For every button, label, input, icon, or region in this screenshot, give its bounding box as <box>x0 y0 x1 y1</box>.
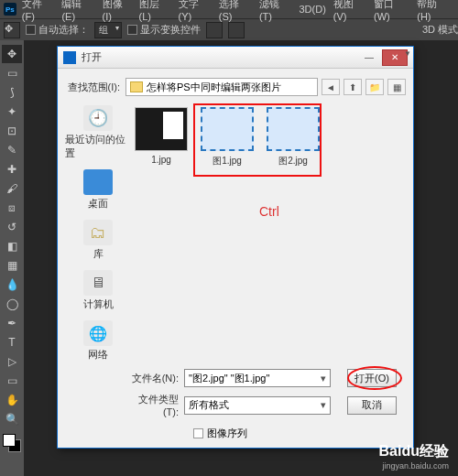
place-library[interactable]: 🗂库 <box>83 220 113 261</box>
auto-select-checkbox[interactable]: 自动选择： <box>26 23 89 37</box>
cancel-button[interactable]: 取消 <box>347 396 397 415</box>
menu-image[interactable]: 图像(I) <box>103 0 132 22</box>
place-network[interactable]: 🌐网络 <box>83 320 113 362</box>
menu-window[interactable]: 窗口(W) <box>374 0 409 22</box>
open-dialog: 打开 — ✕ 查找范围(I): 怎样将PS中同时编辑两张图片 ▼ ◄ ⬆ 📁 ▦… <box>57 46 414 449</box>
lookin-label: 查找范围(I): <box>65 81 125 94</box>
gradient-tool[interactable]: ▦ <box>2 256 22 275</box>
app-menubar: Ps 文件(F) 编辑(E) 图像(I) 图层(L) 文字(Y) 选择(S) 滤… <box>0 0 458 18</box>
lookin-combo[interactable]: 怎样将PS中同时编辑两张图片 ▼ <box>125 78 318 96</box>
eraser-tool[interactable]: ◧ <box>2 237 22 255</box>
tool-column: ✥ ▭ ⟆ ✦ ⊡ ✎ ✚ 🖌 ⧇ ↺ ◧ ▦ 💧 ◯ ✒ T ▷ ▭ ✋ 🔍 <box>0 40 24 458</box>
filename-label: 文件名(N): <box>129 372 184 385</box>
place-desktop[interactable]: 桌面 <box>83 169 113 211</box>
file-thumb-selected[interactable]: 图2.jpg <box>265 107 322 168</box>
menu-3d[interactable]: 3D(D) <box>299 4 325 15</box>
file-thumb-selected[interactable]: 图1.jpg <box>199 107 256 168</box>
history-brush-tool[interactable]: ↺ <box>2 218 22 236</box>
menu-edit[interactable]: 编辑(E) <box>61 0 94 22</box>
file-list-area: 1.jpg 图1.jpg 图2.jpg Ctrl <box>131 103 406 369</box>
align-icon[interactable] <box>206 22 223 38</box>
dodge-tool[interactable]: ◯ <box>2 295 22 313</box>
blur-tool[interactable]: 💧 <box>2 276 22 294</box>
move-tool-icon[interactable]: ✥ <box>4 22 20 38</box>
path-tool[interactable]: ▷ <box>2 352 22 371</box>
brush-tool[interactable]: 🖌 <box>2 179 22 198</box>
places-bar: 🕘最近访问的位置 桌面 🗂库 🖥计算机 🌐网络 <box>65 103 131 369</box>
show-transform-checkbox[interactable]: 显示变换控件 <box>127 23 201 37</box>
lasso-tool[interactable]: ⟆ <box>2 83 22 102</box>
back-button[interactable]: ◄ <box>322 79 340 95</box>
file-thumb[interactable]: 1.jpg <box>133 107 190 168</box>
dialog-icon <box>63 51 76 64</box>
filetype-combo[interactable]: 所有格式 <box>184 396 331 415</box>
zoom-tool[interactable]: 🔍 <box>2 410 22 428</box>
filetype-label: 文件类型(T): <box>129 393 184 417</box>
watermark: Baidu经验 jingyan.baidu.com <box>379 442 449 471</box>
menu-type[interactable]: 文字(Y) <box>179 0 212 22</box>
color-swatch[interactable] <box>3 434 21 452</box>
menu-select[interactable]: 选择(S) <box>219 0 252 22</box>
heal-tool[interactable]: ✚ <box>2 160 22 178</box>
pen-tool[interactable]: ✒ <box>2 314 22 332</box>
open-button[interactable]: 打开(O) <box>347 369 397 387</box>
align-icon-2[interactable] <box>228 22 245 38</box>
folder-icon <box>130 81 143 92</box>
marquee-tool[interactable]: ▭ <box>2 64 22 82</box>
auto-select-target[interactable]: 组 <box>94 22 122 38</box>
newfolder-button[interactable]: 📁 <box>365 79 384 95</box>
thumb-preview <box>135 107 188 151</box>
minimize-button[interactable]: — <box>356 49 382 66</box>
menu-view[interactable]: 视图(V) <box>333 0 366 22</box>
options-bar: ✥ 自动选择： 组 显示变换控件 3D 模式 <box>0 18 458 40</box>
hand-tool[interactable]: ✋ <box>2 391 22 409</box>
place-recent[interactable]: 🕘最近访问的位置 <box>65 105 131 160</box>
dialog-title: 打开 <box>82 50 356 64</box>
dialog-titlebar: 打开 — ✕ <box>58 47 413 69</box>
type-tool[interactable]: T <box>2 333 22 352</box>
place-computer[interactable]: 🖥计算机 <box>83 270 114 311</box>
menu-help[interactable]: 帮助(H) <box>417 0 451 22</box>
menu-filter[interactable]: 滤镜(T) <box>259 0 292 22</box>
thumb-preview <box>267 107 320 151</box>
image-sequence-checkbox[interactable]: 图像序列 <box>193 427 406 440</box>
wand-tool[interactable]: ✦ <box>2 103 22 121</box>
filename-combo[interactable]: "图2.jpg" "图1.jpg" <box>184 369 331 387</box>
move-tool[interactable]: ✥ <box>2 45 22 63</box>
menu-file[interactable]: 文件(F) <box>22 0 55 22</box>
shape-tool[interactable]: ▭ <box>2 372 22 390</box>
views-button[interactable]: ▦ <box>387 79 406 95</box>
annotation-ctrl-text: Ctrl <box>259 204 279 219</box>
eyedropper-tool[interactable]: ✎ <box>2 141 22 159</box>
mode-3d-label: 3D 模式 <box>422 23 458 37</box>
ps-logo-icon: Ps <box>4 3 16 16</box>
crop-tool[interactable]: ⊡ <box>2 122 22 140</box>
up-button[interactable]: ⬆ <box>344 79 362 95</box>
stamp-tool[interactable]: ⧇ <box>2 199 22 217</box>
thumb-preview <box>201 107 254 151</box>
menu-layer[interactable]: 图层(L) <box>139 0 171 22</box>
